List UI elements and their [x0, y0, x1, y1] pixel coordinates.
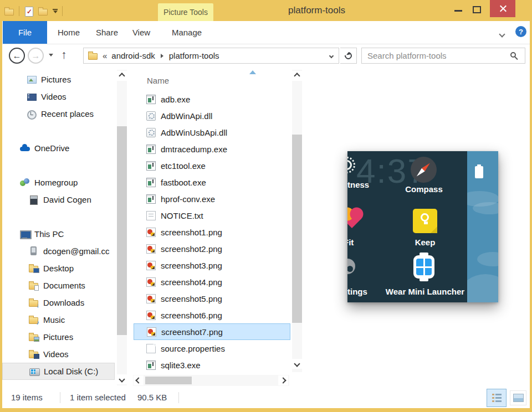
- homegroup-icon: [20, 178, 30, 187]
- sidebar-item-music[interactable]: Music: [2, 311, 115, 328]
- wear-mini-launcher-label: Wear Mini Launcher: [375, 287, 467, 296]
- expand-ribbon-icon[interactable]: [500, 29, 509, 37]
- image-preview-screenshot7: 4:37 tness Compass Fit Keep tings Wear M…: [347, 151, 498, 302]
- file-name: dmtracedump.exe: [161, 145, 227, 154]
- breadcrumb[interactable]: « android-sdk platform-tools: [83, 48, 339, 64]
- sidebar-item-label: Music: [43, 315, 65, 325]
- png-file-icon: [146, 228, 156, 237]
- new-folder-icon[interactable]: [38, 7, 48, 16]
- settings-label: tings: [347, 287, 367, 296]
- exe-file-icon: [146, 194, 156, 204]
- png-file-icon: [146, 244, 156, 254]
- sidebar-item-videos[interactable]: Videos: [2, 346, 115, 363]
- tab-view[interactable]: View: [125, 21, 157, 44]
- tab-file[interactable]: File: [3, 21, 47, 44]
- keep-icon: [413, 209, 437, 233]
- scroll-left-button[interactable]: [134, 375, 144, 385]
- scroll-right-button[interactable]: [278, 375, 288, 385]
- customize-toolbar-icon[interactable]: [53, 9, 58, 13]
- folder-icon[interactable]: [4, 7, 14, 16]
- library-videos-icon: [27, 92, 37, 101]
- sidebar-item-pictures[interactable]: Pictures: [2, 71, 115, 88]
- properties-icon[interactable]: [24, 7, 34, 16]
- sidebar-item-this-pc[interactable]: This PC: [2, 225, 115, 243]
- up-button[interactable]: ↑: [61, 48, 67, 61]
- status-bar: 19 items 1 item selected 90.5 KB: [2, 388, 530, 408]
- scroll-up-button[interactable]: [117, 71, 127, 81]
- tab-home[interactable]: Home: [51, 21, 86, 44]
- exe-file-icon: [146, 95, 156, 104]
- folder-downloads-icon: [29, 298, 39, 307]
- file-row-screenshot7-png[interactable]: screenshot7.png: [134, 323, 290, 340]
- file-row-source-properties[interactable]: source.properties: [134, 340, 290, 357]
- file-row-screenshot1-png[interactable]: screenshot1.png: [134, 224, 290, 240]
- sidebar-item-downloads[interactable]: Downloads: [2, 294, 115, 311]
- fit-icon: [347, 209, 361, 228]
- scroll-up-button[interactable]: [292, 71, 302, 81]
- sidebar-item-documents[interactable]: Documents: [2, 277, 115, 294]
- wear-launcher-background: 4:37 tness Compass Fit Keep tings Wear M…: [347, 151, 467, 302]
- sidebar-item-recent-places[interactable]: Recent places: [2, 105, 115, 122]
- file-row-dmtracedump-exe[interactable]: dmtracedump.exe: [134, 141, 290, 157]
- file-row-screenshot3-png[interactable]: screenshot3.png: [134, 257, 290, 274]
- file-name: screenshot4.png: [161, 277, 222, 287]
- sidebar-item-label: Local Disk (C:): [44, 367, 98, 376]
- sidebar-item-label: Recent places: [41, 109, 94, 119]
- close-button[interactable]: [490, 0, 515, 17]
- file-row-adbwinapi-dll[interactable]: AdbWinApi.dll: [134, 107, 290, 124]
- file-row-etc1tool-exe[interactable]: etc1tool.exe: [134, 157, 290, 174]
- scroll-down-button[interactable]: [292, 359, 302, 369]
- file-row-screenshot6-png[interactable]: screenshot6.png: [134, 307, 290, 323]
- file-row-screenshot5-png[interactable]: screenshot5.png: [134, 290, 290, 307]
- breadcrumb-platform-tools[interactable]: platform-tools: [169, 51, 219, 60]
- file-row-sqlite3-exe[interactable]: sqlite3.exe: [134, 357, 290, 373]
- file-name: sqlite3.exe: [161, 360, 201, 370]
- minimize-button[interactable]: [454, 10, 462, 12]
- file-row-adb-exe[interactable]: adb.exe: [134, 91, 290, 107]
- file-row-screenshot4-png[interactable]: screenshot4.png: [134, 274, 290, 290]
- maximize-button[interactable]: [473, 6, 481, 13]
- breadcrumb-android-sdk[interactable]: android-sdk: [111, 51, 155, 60]
- scroll-down-button[interactable]: [117, 374, 127, 384]
- sidebar-item-david-cogen[interactable]: David Cogen: [2, 191, 115, 208]
- file-row-notice-txt[interactable]: NOTICE.txt: [134, 207, 290, 224]
- file-row-fastboot-exe[interactable]: fastboot.exe: [134, 174, 290, 190]
- search-box[interactable]: [361, 48, 525, 64]
- sidebar-item-local-disk-c[interactable]: Local Disk (C:): [2, 363, 115, 380]
- address-dropdown-icon[interactable]: [329, 54, 334, 58]
- sidebar-item-dcogen-gmail-cc[interactable]: dcogen@gmail.cc: [2, 243, 115, 260]
- folder-desktop-icon: [29, 264, 39, 273]
- wear-side-panel: [467, 151, 498, 302]
- scrollbar-thumb[interactable]: [117, 126, 127, 335]
- forward-button[interactable]: →: [28, 48, 44, 64]
- sidebar-item-homegroup[interactable]: Homegroup: [2, 174, 115, 191]
- help-icon[interactable]: ?: [515, 26, 526, 37]
- file-row-hprof-conv-exe[interactable]: hprof-conv.exe: [134, 190, 290, 207]
- column-header-name[interactable]: Name: [147, 76, 169, 85]
- file-row-adbwinusbapi-dll[interactable]: AdbWinUsbApi.dll: [134, 124, 290, 141]
- ribbon-tab-row: File Home Share View Manage ?: [2, 21, 530, 44]
- sidebar-item-label: This PC: [34, 229, 64, 239]
- tab-share[interactable]: Share: [90, 21, 124, 44]
- tab-manage[interactable]: Manage: [166, 21, 207, 44]
- scrollbar-thumb[interactable]: [292, 135, 302, 323]
- dll-file-icon: [146, 128, 156, 137]
- explorer-window: Picture Tools platform-tools File Home S…: [0, 0, 532, 412]
- details-view-button[interactable]: [487, 389, 507, 407]
- breadcrumb-overflow[interactable]: «: [103, 51, 107, 60]
- history-dropdown-icon[interactable]: [49, 54, 53, 56]
- sidebar-item-desktop[interactable]: Desktop: [2, 260, 115, 277]
- back-button[interactable]: ←: [9, 48, 25, 64]
- search-input[interactable]: [367, 49, 506, 63]
- file-row-screenshot2-png[interactable]: screenshot2.png: [134, 240, 290, 257]
- sidebar-item-pictures[interactable]: Pictures: [2, 328, 115, 346]
- scrollbar-thumb[interactable]: [145, 377, 192, 384]
- sidebar-item-videos[interactable]: Videos: [2, 88, 115, 105]
- thumbnails-view-button[interactable]: [510, 390, 526, 405]
- sidebar-item-onedrive[interactable]: OneDrive: [2, 140, 115, 157]
- battery-icon: [475, 166, 483, 178]
- refresh-button[interactable]: [340, 48, 357, 64]
- sort-ascending-icon[interactable]: [249, 70, 256, 74]
- breadcrumb-separator-icon: [161, 54, 163, 58]
- keep-label: Keep: [403, 238, 447, 247]
